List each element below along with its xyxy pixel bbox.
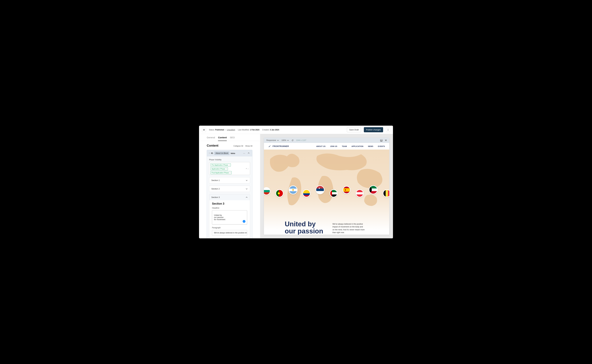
- section-label: Section 3: [211, 196, 220, 198]
- nav-link-about[interactable]: ABOUT US: [316, 145, 325, 147]
- section-1-row[interactable]: Section 1: [209, 177, 250, 183]
- zoom-label: 100%: [281, 139, 286, 141]
- svg-rect-19: [316, 188, 324, 191]
- flag-serbia: [316, 185, 325, 194]
- flag-belgium: [383, 189, 389, 197]
- site-preview: FRONTRUNNER ABOUT US JOIN US TEAM APPLIC…: [264, 143, 389, 235]
- flags-row: [264, 185, 389, 197]
- svg-rect-4: [380, 141, 382, 141]
- last-modified-value: 1 Feb 2024: [250, 129, 259, 131]
- flag-portugal: [275, 189, 284, 197]
- preview-toolbar: Responsive 100% 1044 x 1107: [264, 138, 389, 143]
- chevron-down-icon: [246, 179, 248, 182]
- nav-link-news[interactable]: NEWS: [368, 145, 373, 147]
- chevron-up-icon: [246, 196, 248, 198]
- nav-link-join[interactable]: JOIN US: [330, 145, 337, 147]
- nav-link-events[interactable]: EVENTS: [378, 145, 385, 147]
- tab-general[interactable]: General: [207, 136, 215, 141]
- block-more-icon[interactable]: ⋯: [242, 152, 246, 155]
- close-preview-button[interactable]: [385, 139, 387, 141]
- status-label: Status:: [209, 129, 215, 131]
- svg-rect-35: [384, 190, 386, 197]
- responsive-selector[interactable]: Responsive: [267, 139, 279, 141]
- phase-tag-label: Pre Application Phase: [212, 164, 228, 166]
- phase-visibility-select[interactable]: Pre Application Phase× Application Phase…: [209, 162, 250, 175]
- section-label: Section 1: [211, 179, 220, 182]
- created: Created: 3 Jan 2024: [262, 129, 279, 131]
- section-2-row[interactable]: Section 2: [209, 186, 250, 192]
- more-actions-button[interactable]: [386, 128, 390, 132]
- headline-input[interactable]: United by our passion for movement ✓: [212, 210, 247, 224]
- svg-rect-26: [343, 188, 350, 192]
- clear-all-icon[interactable]: ×: [246, 168, 247, 169]
- svg-rect-16: [303, 193, 310, 195]
- tabs: General Content SEO: [199, 134, 260, 141]
- chevron-down-icon: [246, 188, 248, 190]
- fullscreen-icon: [380, 139, 383, 141]
- remove-tag-icon[interactable]: ×: [226, 168, 227, 170]
- publish-button[interactable]: Publish changes: [364, 127, 383, 132]
- phase-tag: Pre Application Phase×: [210, 163, 231, 167]
- paragraph-value: We've always believed in the positive im…: [214, 232, 247, 234]
- chevron-down-icon: [277, 139, 279, 141]
- svg-rect-6: [264, 190, 270, 192]
- section-3-header[interactable]: Section 3: [209, 194, 250, 200]
- nav-link-application[interactable]: APPLICATION: [351, 145, 363, 147]
- remove-tag-icon[interactable]: ×: [230, 172, 231, 174]
- show-all-link[interactable]: Show All: [245, 145, 252, 147]
- nav-link-team[interactable]: TEAM: [342, 145, 347, 147]
- svg-rect-29: [356, 190, 363, 192]
- dimensions-label: 1044 x 1107: [296, 139, 306, 141]
- flag-bulgaria: [264, 187, 270, 195]
- fullscreen-button[interactable]: [380, 139, 383, 141]
- remove-tag-icon[interactable]: ×: [229, 164, 230, 166]
- kebab-icon: [388, 129, 388, 131]
- dropdown-icon[interactable]: ⌵: [247, 168, 249, 169]
- tab-seo[interactable]: SEO: [230, 136, 235, 141]
- flag-kuwait: [369, 185, 378, 194]
- right-panel: Responsive 100% 1044 x 1107: [260, 134, 393, 238]
- svg-rect-28: [345, 189, 346, 191]
- refresh-button[interactable]: [292, 139, 293, 141]
- phase-tag: Application Phase×: [210, 167, 228, 170]
- block-type-chip: About Us Block: [214, 152, 229, 155]
- brand-name: FRONTRUNNER: [273, 145, 289, 147]
- chevron-down-icon: [287, 139, 289, 141]
- site-nav: FRONTRUNNER ABOUT US JOIN US TEAM APPLIC…: [264, 143, 389, 150]
- hero-section: United by our passion We've always belie…: [264, 150, 389, 235]
- svg-point-14: [292, 189, 294, 191]
- hero-headline: United by our passion: [285, 221, 323, 235]
- paragraph-label: Paragraph: [212, 227, 247, 229]
- svg-point-2: [388, 130, 388, 131]
- block-collapse-icon[interactable]: [247, 152, 250, 155]
- hamburger-menu[interactable]: [202, 128, 206, 132]
- collapse-all-link[interactable]: Collapse All: [234, 145, 243, 147]
- zoom-selector[interactable]: 100%: [281, 139, 289, 141]
- asics-logo-icon: [268, 145, 272, 147]
- created-label: Created:: [262, 129, 269, 131]
- created-value: 3 Jan 2024: [270, 129, 279, 131]
- svg-point-1: [388, 130, 388, 130]
- drag-handle-icon[interactable]: ⠿: [209, 152, 210, 154]
- logo[interactable]: FRONTRUNNER: [268, 145, 289, 147]
- status-sep: —: [224, 129, 226, 131]
- svg-rect-31: [356, 195, 363, 197]
- svg-rect-21: [330, 190, 332, 197]
- close-icon: [385, 139, 387, 141]
- block-index: 01: [211, 152, 213, 154]
- tab-content[interactable]: Content: [218, 136, 227, 141]
- block-header[interactable]: ⠿ 01 About Us Block Intro ⋯: [207, 150, 252, 156]
- hero-text: United by our passion We've always belie…: [285, 221, 380, 235]
- unpublish-link[interactable]: Unpublish: [227, 129, 235, 131]
- phase-tag: Post Application Phase×: [210, 171, 232, 174]
- svg-rect-13: [289, 191, 297, 194]
- paragraph-input[interactable]: We've always believed in the positive im…: [212, 230, 247, 236]
- save-draft-button[interactable]: Save Draft: [347, 127, 361, 132]
- content-block: ⠿ 01 About Us Block Intro ⋯ Phase Visibi…: [207, 150, 252, 238]
- flag-colombia: [302, 189, 311, 197]
- last-modified: Last Modified: 1 Feb 2024: [238, 129, 259, 131]
- world-map-graphic: [264, 150, 389, 215]
- svg-rect-24: [332, 195, 337, 197]
- app-window: Status: Published — Unpublish Last Modif…: [199, 126, 393, 238]
- svg-rect-15: [303, 190, 310, 193]
